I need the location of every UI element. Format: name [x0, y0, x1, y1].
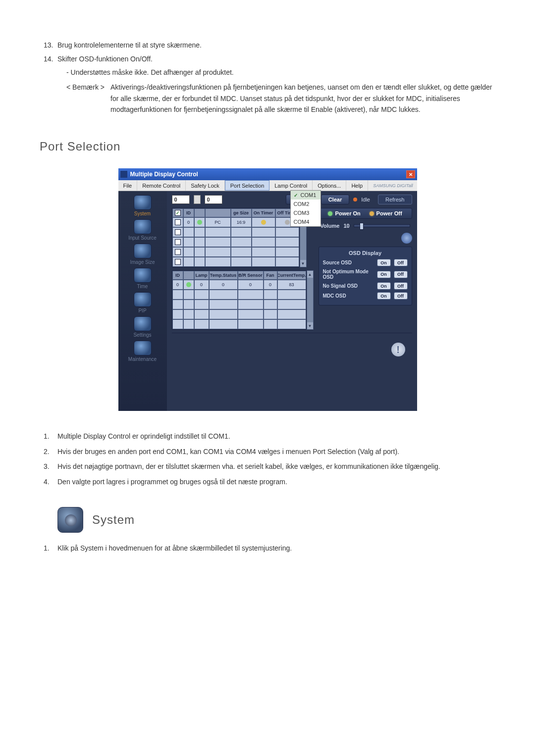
row-checkbox[interactable] [175, 259, 181, 265]
window-title: Multiple Display Control [130, 171, 198, 178]
port-option-com1[interactable]: ✓COM1 [291, 191, 321, 200]
intro-item-14: 14.Skifter OSD-funktionen On/Off. - Unde… [57, 53, 495, 115]
brand-label: SAMSUNG DIGITall [373, 183, 417, 188]
menu-port-selection[interactable]: Port Selection [225, 180, 269, 191]
system-note-1: 1.Klik på System i hovedmenuen for at åb… [57, 543, 495, 554]
note-2: 2.Hvis der bruges en anden port end COM1… [57, 446, 495, 457]
settings-icon [134, 316, 152, 331]
app-icon [120, 171, 127, 178]
idle-dot-icon [353, 198, 357, 202]
system-heading: System [92, 513, 135, 527]
osd-source-off[interactable]: Off [394, 259, 408, 266]
time-icon [134, 268, 152, 283]
volume-value: 10 [343, 223, 349, 229]
col-ontimer: On Timer [252, 208, 275, 217]
scroll-down-icon[interactable]: ▼ [307, 322, 313, 329]
scroll-up-icon[interactable]: ▲ [307, 271, 313, 278]
system-icon [134, 195, 152, 210]
sidebar-item-time[interactable]: Time [122, 268, 163, 290]
volume-slider[interactable] [354, 224, 410, 227]
sidebar-item-input-source[interactable]: Input Source [122, 219, 163, 242]
remark-body: Aktiverings-/deaktiveringsfunktionen på … [110, 82, 495, 115]
intro-subnote: - Understøttes måske ikke. Det afhænger … [57, 67, 495, 78]
id-to-input[interactable]: 0 [205, 195, 222, 204]
power-off-button[interactable]: Power Off [370, 210, 402, 216]
input-source-icon [134, 219, 152, 234]
menu-help[interactable]: Help [346, 180, 368, 191]
sidebar: System Input Source Image Size Time PIP … [118, 191, 167, 411]
sidebar-item-settings[interactable]: Settings [122, 316, 163, 339]
osd-mdc-row: MDC OSD On Off [323, 292, 408, 300]
port-selection-heading: Port Selection [40, 140, 495, 153]
app-body: System Input Source Image Size Time PIP … [118, 191, 417, 411]
intro-item-13: 13.Brug kontrolelementerne til at styre … [57, 40, 495, 50]
mdc-app-window: Multiple Display Control ✕ File Remote C… [118, 168, 417, 411]
info-icon: ! [391, 343, 405, 356]
port-option-com4[interactable]: COM4 [291, 217, 321, 226]
port-option-com2[interactable]: COM2 [291, 200, 321, 208]
port-dropdown[interactable]: ✓COM1 COM2 COM3 COM4 [290, 190, 321, 227]
port-option-com3[interactable]: COM3 [291, 208, 321, 217]
idle-status: Idle [353, 197, 370, 202]
col-id: ID [183, 208, 194, 217]
scrollbar[interactable]: ▲▼ [307, 270, 314, 330]
id-from-input[interactable]: 0 [172, 195, 190, 204]
row-checkbox[interactable] [175, 219, 181, 225]
system-heading-row: System [57, 507, 495, 533]
scroll-down-icon[interactable]: ▼ [300, 260, 306, 267]
intro-list: 13.Brug kontrolelementerne til at styre … [40, 40, 495, 115]
row-checkbox[interactable] [175, 239, 181, 245]
intro-remark: < Bemærk > Aktiverings-/deaktiveringsfun… [57, 82, 495, 115]
slider-thumb[interactable] [360, 223, 364, 230]
sidebar-item-maintenance[interactable]: Maintenance [122, 341, 163, 363]
menu-lamp-control[interactable]: Lamp Control [269, 180, 313, 191]
titlebar: Multiple Display Control ✕ [118, 168, 417, 180]
status-led-icon [197, 220, 202, 225]
sidebar-item-system[interactable]: System [122, 195, 163, 217]
status-bar: ! [172, 333, 412, 360]
power-on-button[interactable]: Power On [328, 210, 360, 216]
maintenance-icon [134, 341, 152, 355]
sidebar-item-pip[interactable]: PIP [122, 292, 163, 314]
osd-mdc-on[interactable]: On [377, 292, 391, 300]
menubar: File Remote Control Safety Lock Port Sel… [118, 180, 417, 191]
menu-file[interactable]: File [118, 180, 138, 191]
osd-source-row: Source OSD On Off [323, 259, 408, 266]
note-1: 1.Multiple Display Control er oprindelig… [57, 431, 495, 442]
chevron-down-icon[interactable] [194, 195, 201, 204]
checkbox-icon[interactable]: ✓ [175, 210, 181, 216]
system-list: 1.Klik på System i hovedmenuen for at åb… [40, 543, 495, 554]
col-size: ge Size [231, 208, 252, 217]
clear-button[interactable]: Clear [321, 195, 350, 204]
note-3: 3.Hvis det nøjagtige portnavn, der er ti… [57, 461, 495, 472]
menu-options[interactable]: Options... [313, 180, 346, 191]
refresh-button[interactable]: Refresh [378, 195, 412, 204]
note-4: 4.Den valgte port lagres i programmet og… [57, 476, 495, 487]
osd-source-on[interactable]: On [377, 259, 391, 266]
system-section-icon [57, 507, 83, 533]
menu-remote-control[interactable]: Remote Control [137, 180, 186, 191]
volume-label: Volume [321, 223, 340, 229]
image-size-icon [134, 244, 152, 258]
osd-nosignal-off[interactable]: Off [394, 282, 408, 290]
osd-mdc-off[interactable]: Off [394, 292, 408, 300]
close-icon[interactable]: ✕ [406, 170, 415, 178]
table-row[interactable]: 0 0 0 0 0 83 [172, 280, 306, 290]
sidebar-item-image-size[interactable]: Image Size [122, 244, 163, 266]
row-checkbox[interactable] [175, 249, 181, 255]
table-row[interactable]: 0 PC 16:9 [172, 217, 299, 227]
osd-notoptimum-off[interactable]: Off [394, 271, 408, 278]
osd-notoptimum-on[interactable]: On [377, 271, 391, 278]
osd-nosignal-row: No Signal OSD On Off [323, 282, 408, 290]
menu-safety-lock[interactable]: Safety Lock [186, 180, 224, 191]
speaker-icon[interactable] [401, 233, 412, 244]
osd-nosignal-on[interactable]: On [377, 282, 391, 290]
power-on-led-icon [328, 211, 332, 216]
row-checkbox[interactable] [175, 229, 181, 235]
osd-panel: OSD Display Source OSD On Off Not Optimu… [319, 247, 412, 305]
status-led-icon [186, 282, 191, 287]
ontimer-led-icon [261, 220, 266, 225]
osd-title: OSD Display [323, 250, 408, 256]
remark-label: < Bemærk > [66, 82, 105, 115]
offtimer-led-icon [285, 220, 290, 225]
